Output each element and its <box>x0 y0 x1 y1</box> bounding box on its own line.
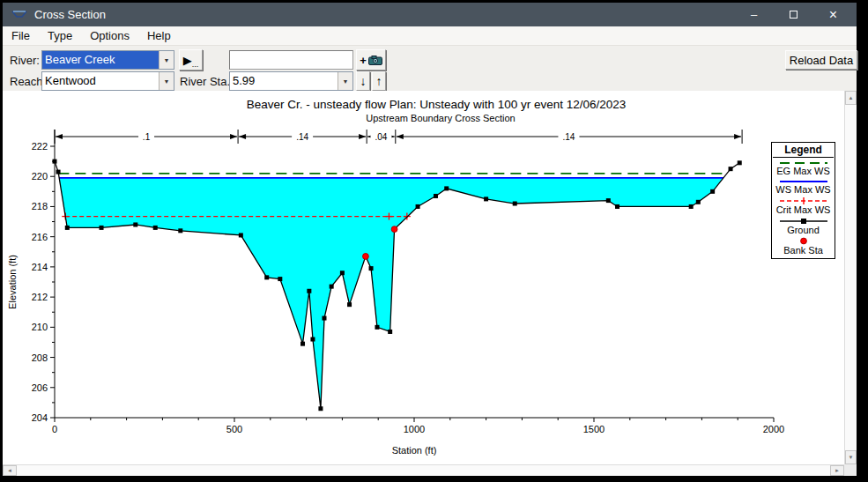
vertical-scrollbar[interactable]: ▲ ▼ <box>844 91 857 464</box>
cross-section-plot: Beaver Cr. - unsteady flow Plan: Unstead… <box>3 91 844 464</box>
svg-text:210: 210 <box>32 322 48 332</box>
svg-text:1500: 1500 <box>583 424 605 434</box>
legend-entry-ws: WS Max WS <box>772 178 835 195</box>
aux-text-field[interactable] <box>229 50 353 70</box>
ws-line-sample <box>779 178 828 184</box>
menu-bar: File Type Options Help <box>3 26 857 46</box>
minimize-button[interactable]: – <box>734 3 774 26</box>
chart-panel: Beaver Cr. - unsteady flow Plan: Unstead… <box>3 91 857 476</box>
chevron-down-icon[interactable]: ▼ <box>159 51 174 69</box>
svg-text:206: 206 <box>32 382 48 393</box>
chart-legend: Legend EG Max WS WS Max WS Crit Max WS G… <box>771 142 835 259</box>
svg-text:Upstream Boundary Cross Sectio: Upstream Boundary Cross Section <box>366 113 515 123</box>
svg-text:.04: .04 <box>375 132 388 142</box>
horizontal-scrollbar[interactable]: ◄ ► <box>3 464 844 476</box>
window-title: Cross Section <box>34 8 106 21</box>
scroll-left-icon[interactable]: ◄ <box>3 465 17 476</box>
close-button[interactable]: × <box>813 3 853 26</box>
river-sta-combo-value: 5.99 <box>230 72 338 90</box>
legend-entry-crit: Crit Max WS <box>772 197 835 215</box>
svg-text:1000: 1000 <box>404 424 425 434</box>
window-content: Cross Section – × File Type Options Help… <box>3 3 857 476</box>
svg-text:220: 220 <box>32 171 48 182</box>
svg-text:212: 212 <box>32 292 48 302</box>
svg-text:.14: .14 <box>562 132 575 142</box>
svg-text:218: 218 <box>32 201 48 211</box>
scroll-right-icon[interactable]: ► <box>830 465 844 476</box>
down-arrow-icon: ↓ <box>360 74 367 88</box>
next-upstream-button[interactable]: ↑ <box>372 71 386 91</box>
menu-options[interactable]: Options <box>81 26 138 46</box>
scrollbar-corner <box>844 464 857 476</box>
reload-data-button[interactable]: Reload Data <box>785 50 857 70</box>
menu-file[interactable]: File <box>3 26 39 46</box>
bank-marker-sample <box>779 237 828 245</box>
toolbar: River: Beaver Creek ▼ ▶... + <box>3 47 857 91</box>
menu-type[interactable]: Type <box>39 26 81 46</box>
window-controls: – × <box>734 3 853 26</box>
crit-line-sample <box>779 197 828 204</box>
svg-text:214: 214 <box>32 262 48 272</box>
svg-text:Elevation (ft): Elevation (ft) <box>7 255 18 309</box>
maximize-icon <box>790 11 798 19</box>
ellipsis-icon: ... <box>192 62 199 67</box>
title-bar: Cross Section – × <box>3 3 857 26</box>
play-icon: ▶ <box>183 54 192 67</box>
river-sta-combo[interactable]: 5.99 ▼ <box>229 71 353 91</box>
scroll-down-icon[interactable]: ▼ <box>845 450 857 464</box>
svg-text:204: 204 <box>32 412 48 423</box>
svg-text:Beaver Cr. - unsteady flow: Beaver Cr. - unsteady flow Plan: Unstead… <box>247 98 627 111</box>
svg-text:222: 222 <box>32 141 48 152</box>
reach-combo-value: Kentwood <box>42 72 159 90</box>
svg-text:Station (ft): Station (ft) <box>392 445 437 456</box>
menu-help[interactable]: Help <box>138 26 180 46</box>
river-combo-value: Beaver Creek <box>42 51 159 69</box>
chevron-down-icon[interactable]: ▼ <box>159 72 174 90</box>
river-label: River: <box>10 54 40 67</box>
svg-text:2000: 2000 <box>763 424 784 434</box>
up-arrow-icon: ↑ <box>376 74 382 88</box>
scroll-up-icon[interactable]: ▲ <box>845 91 857 105</box>
plot-ws-button[interactable]: ▶... <box>179 49 203 70</box>
river-sta-label: River Sta.: <box>180 75 234 88</box>
next-downstream-button[interactable]: ↓ <box>356 71 370 91</box>
svg-text:208: 208 <box>32 352 48 363</box>
cross-section-icon <box>11 10 27 19</box>
chevron-down-icon[interactable]: ▼ <box>338 72 352 90</box>
legend-entry-eg: EG Max WS <box>772 159 835 176</box>
plus-icon: + <box>360 54 367 67</box>
eg-line-sample <box>779 159 828 166</box>
svg-text:0: 0 <box>52 424 57 434</box>
legend-entry-ground: Ground <box>772 217 835 235</box>
add-plot-snapshot-button[interactable]: + <box>356 49 386 70</box>
river-combo[interactable]: Beaver Creek ▼ <box>41 50 174 70</box>
svg-text:.1: .1 <box>143 132 151 142</box>
camera-icon <box>368 56 382 65</box>
svg-text:216: 216 <box>32 232 48 242</box>
reach-combo[interactable]: Kentwood ▼ <box>41 71 174 91</box>
cross-section-window: Cross Section – × File Type Options Help… <box>0 0 868 482</box>
legend-title: Legend <box>773 144 834 158</box>
svg-text:.14: .14 <box>296 132 308 142</box>
maximize-button[interactable] <box>774 3 813 26</box>
legend-entry-bank: Bank Sta <box>772 237 835 256</box>
ground-line-sample <box>779 217 828 225</box>
svg-text:500: 500 <box>226 424 242 434</box>
